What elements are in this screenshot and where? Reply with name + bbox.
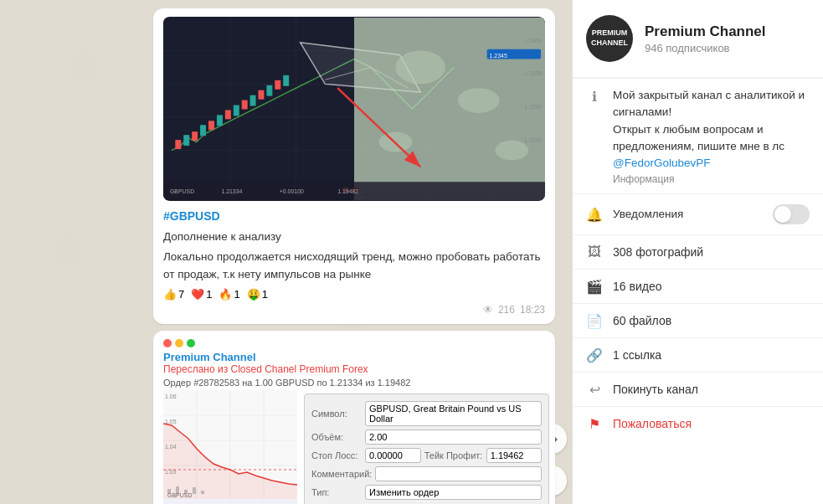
hashtag: #GBPUSD (163, 208, 545, 225)
svg-rect-24 (193, 132, 198, 141)
trade-form: Символ: GBPUSD, Great Britain Pound vs U… (304, 390, 549, 504)
dot-green (187, 339, 195, 347)
links-row[interactable]: 🔗 1 ссылка (573, 338, 823, 372)
report-icon: ⚑ (586, 415, 603, 432)
message-bubble-1: 1.2345 1.2400 1.2350 1.2300 1.2250 10 11… (153, 8, 555, 324)
info-row-description: ℹ Мой закрытый канал с аналитикой и сигн… (573, 79, 823, 193)
files-row[interactable]: 📄 60 файлов (573, 304, 823, 337)
svg-rect-26 (209, 121, 214, 130)
notifications-toggle[interactable] (773, 204, 810, 224)
message-meta-1: 👁 216 18:23 (163, 304, 545, 316)
video-icon: 🎬 (586, 278, 603, 295)
svg-text:1.2250: 1.2250 (524, 137, 542, 143)
volume-row: Объём: 2.00 (311, 429, 542, 445)
sidebar: PREMIUM CHANNEL Premium Channel 946 подп… (572, 0, 823, 504)
svg-rect-78 (193, 487, 196, 494)
svg-rect-29 (234, 105, 239, 116)
info-tag: Информация (613, 173, 810, 185)
leave-label: Покинуть канал (613, 383, 698, 396)
svg-point-41 (496, 141, 529, 161)
reaction-fire[interactable]: 🔥 1 (219, 288, 239, 301)
svg-rect-34 (275, 80, 280, 89)
type-row: Тип: Изменить ордер (311, 485, 542, 500)
svg-rect-32 (259, 90, 264, 99)
channel-name-heading: Premium Channel (645, 23, 766, 40)
message-body: Локально продолжается нисходящий тренд, … (163, 249, 545, 283)
svg-rect-33 (267, 85, 272, 95)
svg-text:1.04: 1.04 (165, 444, 177, 450)
volume-label: Объём: (311, 432, 362, 442)
svg-text:1.05: 1.05 (165, 419, 177, 424)
svg-point-38 (396, 51, 445, 85)
channel-avatar: PREMIUM CHANNEL (586, 15, 633, 62)
order-info: Ордер #28782583 на 1.00 GBPUSD по 1.2133… (163, 378, 545, 388)
trade-form-box: Символ: GBPUSD, Great Britain Pound vs U… (304, 393, 549, 504)
svg-rect-37 (354, 18, 545, 200)
svg-text:+0.00100: +0.00100 (280, 188, 304, 194)
svg-rect-23 (184, 136, 189, 146)
symbol-select[interactable]: GBPUSD, Great Britain Pound vs US Dollar (365, 401, 542, 426)
forwarded-channel-name: Premium Channel (163, 351, 545, 363)
photo-icon: 🖼 (586, 244, 603, 260)
svg-text:1.2345: 1.2345 (490, 53, 507, 59)
info-icon: ℹ (586, 88, 603, 105)
svg-text:1.19482: 1.19482 (337, 188, 358, 194)
file-icon: 📄 (586, 312, 603, 329)
svg-rect-35 (284, 75, 289, 85)
sidebar-header: PREMIUM CHANNEL Premium Channel 946 подп… (573, 0, 823, 78)
bell-icon: 🔔 (586, 207, 603, 224)
views-icon: 👁 (483, 304, 493, 316)
message-time: 18:23 (520, 304, 545, 316)
symbol-label: Символ: (311, 409, 362, 419)
reactions: 👍 7 ❤️ 1 🔥 1 🤑 1 (163, 288, 545, 301)
comment-input[interactable] (375, 466, 542, 481)
reaction-thumbs[interactable]: 👍 7 (163, 288, 184, 301)
description-text-2: Открыт к любым вопросам и предложениям, … (613, 121, 810, 172)
bottom-content: 1.06 1.05 1.04 1.03 GBPUSD (163, 390, 545, 504)
reaction-money[interactable]: 🤑 1 (247, 288, 268, 301)
message-bubble-2: Premium Channel Переслано из Closed Chan… (153, 331, 555, 504)
volume-input[interactable]: 2.00 (365, 429, 542, 445)
videos-row[interactable]: 🎬 16 видео (573, 270, 823, 303)
notification-left: 🔔 Уведомления (586, 206, 683, 224)
report-label: Пожаловаться (613, 417, 692, 430)
info-content: Мой закрытый канал с аналитикой и сигнал… (613, 87, 810, 185)
svg-text:GBPUSD: GBPUSD (170, 188, 194, 194)
subscribers-count: 946 подписчиков (645, 42, 766, 54)
photos-label: 308 фотографий (613, 245, 703, 259)
svg-rect-22 (176, 141, 181, 149)
svg-rect-25 (201, 126, 206, 136)
svg-rect-31 (250, 95, 255, 105)
comment-label: Комментарий: (311, 469, 372, 479)
leave-row[interactable]: ↩ Покинуть канал (573, 373, 823, 406)
stoploss-label: Стоп Лосс: (311, 450, 362, 460)
svg-text:1.06: 1.06 (165, 393, 177, 399)
comment-row: Комментарий: (311, 466, 542, 481)
notification-row: 🔔 Уведомления (573, 194, 823, 234)
svg-text:1.2400: 1.2400 (524, 38, 542, 44)
link-icon: 🔗 (586, 347, 603, 363)
svg-text:1.2350: 1.2350 (524, 70, 542, 76)
takeprofit-label: Тейк Профит: (424, 450, 483, 460)
links-label: 1 ссылка (613, 348, 661, 362)
videos-label: 16 видео (613, 280, 661, 293)
svg-text:1.21334: 1.21334 (221, 188, 242, 194)
chat-area: 👻 (0, 0, 572, 504)
dot-yellow (175, 339, 183, 347)
description-text: Мой закрытый канал с аналитикой и сигнал… (613, 87, 810, 121)
stoploss-input[interactable]: 0.00000 (365, 448, 421, 463)
message-text-1: #GBPUSD Дополнение к анализу Локально пр… (163, 208, 545, 283)
contact-link[interactable]: @FedorGolubevPF (613, 157, 711, 169)
chart-image: 1.2345 1.2400 1.2350 1.2300 1.2250 10 11… (163, 17, 545, 201)
reaction-heart[interactable]: ❤️ 1 (191, 288, 212, 301)
takeprofit-input[interactable]: 1.19462 (486, 448, 543, 463)
svg-rect-79 (201, 491, 204, 494)
leave-icon: ↩ (586, 381, 603, 398)
views-count: 216 (498, 304, 515, 316)
photos-row[interactable]: 🖼 308 фотографий (573, 235, 823, 269)
svg-rect-27 (217, 116, 222, 126)
report-row[interactable]: ⚑ Пожаловаться (573, 407, 823, 440)
files-label: 60 файлов (613, 314, 671, 327)
type-select[interactable]: Изменить ордер (365, 485, 542, 500)
svg-rect-30 (242, 100, 247, 109)
